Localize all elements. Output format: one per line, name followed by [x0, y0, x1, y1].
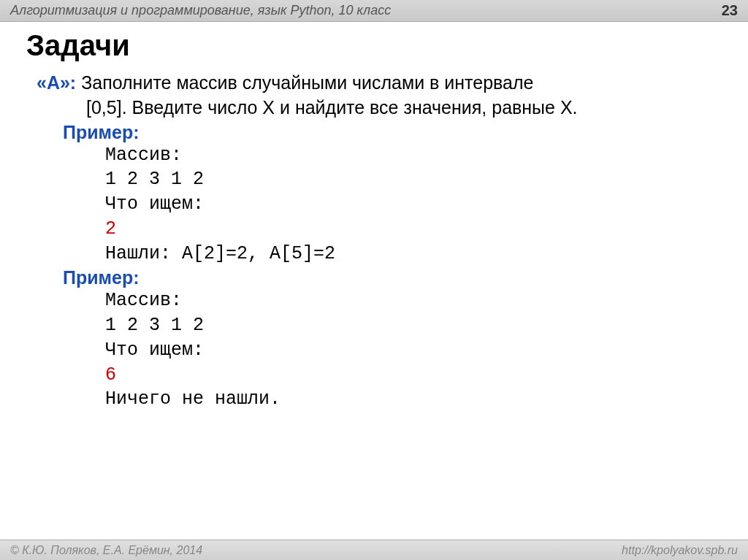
- task-text-1: Заполните массив случайными числами в ин…: [76, 72, 533, 93]
- code-line: Ничего не нашли.: [105, 387, 722, 412]
- task-label: «A»:: [37, 72, 76, 93]
- code-line: 2: [105, 217, 722, 242]
- examples-container: Пример:Массив:1 2 3 1 2Что ищем:2Нашли: …: [26, 122, 722, 413]
- code-line: 1 2 3 1 2: [105, 313, 722, 338]
- footer-copyright: © К.Ю. Поляков, Е.А. Ерёмин, 2014: [10, 544, 202, 557]
- header-title: Алгоритмизация и программирование, язык …: [10, 3, 391, 18]
- footer-url: http://kpolyakov.spb.ru: [622, 544, 738, 557]
- task-description-line1: «A»: Заполните массив случайными числами…: [26, 71, 722, 96]
- example-label: Пример:: [26, 122, 722, 143]
- page-number: 23: [722, 2, 738, 19]
- example-code-block: Массив:1 2 3 1 2Что ищем:6Ничего не нашл…: [26, 288, 722, 412]
- code-line: 1 2 3 1 2: [105, 167, 722, 192]
- code-line: Что ищем:: [105, 338, 722, 363]
- example-label: Пример:: [26, 267, 722, 288]
- code-line: Массив:: [105, 143, 722, 168]
- code-line: Массив:: [105, 288, 722, 313]
- slide-title: Задачи: [26, 29, 722, 62]
- code-line: Что ищем:: [105, 192, 722, 217]
- slide-header: Алгоритмизация и программирование, язык …: [0, 0, 748, 22]
- slide-content: Задачи «A»: Заполните массив случайными …: [0, 22, 748, 412]
- task-description-line2: [0,5]. Введите число X и найдите все зна…: [26, 96, 722, 120]
- code-line: 6: [105, 363, 722, 388]
- code-line: Нашли: A[2]=2, A[5]=2: [105, 242, 722, 266]
- slide-footer: © К.Ю. Поляков, Е.А. Ерёмин, 2014 http:/…: [0, 540, 748, 560]
- example-code-block: Массив:1 2 3 1 2Что ищем:2Нашли: A[2]=2,…: [26, 143, 722, 266]
